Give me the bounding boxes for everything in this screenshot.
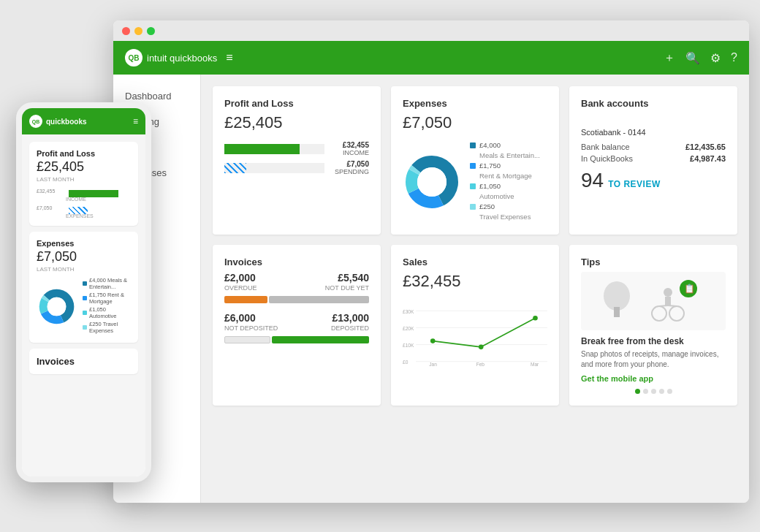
expenses-card: Expenses £7,050	[391, 86, 559, 235]
quickbooks-app: QB intuit quickbooks ≡ ＋ 🔍 ⚙ ? Dashboard	[113, 41, 749, 503]
notdeposited-section: £6,000 NOT DEPOSITED	[224, 312, 278, 332]
overdue-bar	[224, 296, 267, 303]
legend-dot-meals	[470, 142, 476, 148]
invoices-card: Invoices £2,000 OVERDUE £5,540 NOT DUE Y…	[213, 245, 381, 406]
qb-balance-value: £4,987.43	[690, 154, 726, 163]
bank-balance-value: £12,435.65	[685, 142, 726, 151]
expenses-legend: £4,000 Meals & Entertain... £1,750	[470, 141, 547, 223]
hamburger-icon[interactable]: ≡	[226, 51, 232, 64]
qb-balance-row: In QuickBooks £4,987.43	[581, 154, 726, 163]
phone-income-value: £32,455	[37, 189, 66, 194]
income-bar-row: £32,455 INCOME	[224, 141, 369, 156]
sales-svg: £30K £20K £10K £0	[403, 300, 547, 373]
sales-title: Sales	[403, 256, 547, 267]
legend-dot-travel	[470, 204, 476, 210]
dashboard-grid: Profit and Loss £25,405 £32,455 INCOME	[213, 86, 737, 406]
notdue-section: £5,540 NOT DUE YET	[325, 272, 369, 292]
income-bar-track	[224, 144, 324, 154]
browser-titlebar	[113, 20, 749, 41]
svg-line-25	[659, 305, 668, 306]
phone-pnl-card: Profit and Loss £25,405 LAST MONTH £32,4…	[29, 142, 138, 226]
notdeposited-bar	[224, 336, 270, 343]
invoices-bar-1	[224, 296, 369, 303]
svg-point-15	[533, 316, 538, 321]
phone-logo: QB quickbooks	[29, 115, 87, 128]
search-icon[interactable]: 🔍	[685, 51, 700, 65]
nav-left: QB intuit quickbooks ≡	[125, 49, 232, 66]
svg-point-23	[652, 306, 666, 321]
tips-body: Snap photos of receipts, manage invoices…	[581, 349, 726, 370]
phone-expense-label: EXPENSES	[66, 213, 131, 218]
help-icon[interactable]: ?	[731, 51, 737, 64]
dashboard-content: Profit and Loss £25,405 £32,455 INCOME	[201, 75, 749, 503]
add-icon[interactable]: ＋	[664, 50, 675, 66]
sales-amount: £32,455	[403, 272, 547, 291]
phone-nav: QB quickbooks ≡	[22, 108, 145, 134]
phone-pnl-last-month: LAST MONTH	[37, 176, 131, 183]
income-bar-fill	[224, 144, 300, 154]
deposited-amount: £13,000	[331, 312, 369, 324]
spending-bar-fill	[224, 163, 246, 173]
phone-hamburger-icon[interactable]: ≡	[133, 116, 138, 126]
dot-4	[659, 389, 664, 394]
phone-income-bar: £32,455	[37, 187, 131, 194]
tips-link[interactable]: Get the mobile app	[581, 374, 726, 383]
legend-item-rent-label: Rent & Mortgage	[470, 172, 547, 180]
phone-pnl-amount: £25,405	[37, 159, 131, 175]
phone-legend-auto: £1,050 Automotive	[83, 306, 131, 319]
tips-illustration: 📋	[581, 272, 726, 330]
close-button[interactable]	[122, 27, 130, 35]
legend-item-auto: £1,050	[470, 182, 547, 190]
invoices-title: Invoices	[224, 256, 369, 267]
phone-donut-svg	[37, 286, 77, 327]
svg-point-21	[664, 288, 672, 297]
svg-rect-20	[614, 307, 620, 317]
deposited-section: £13,000 DEPOSITED	[331, 312, 369, 332]
profit-loss-title: Profit and Loss	[224, 98, 369, 109]
notdue-label: NOT DUE YET	[325, 284, 369, 292]
review-number: 94	[581, 169, 604, 192]
overdue-amount: £2,000	[224, 272, 257, 284]
minimize-button[interactable]	[134, 27, 142, 35]
phone-income-label: INCOME	[66, 197, 131, 202]
legend-dot-rent	[470, 163, 476, 169]
svg-text:Feb: Feb	[476, 362, 485, 367]
svg-text:📋: 📋	[684, 283, 695, 294]
phone-expense-bar: £7,050	[37, 204, 131, 211]
notdeposited-amount: £6,000	[224, 312, 278, 324]
phone-legend-travel: £250 Travel Expenses	[83, 321, 131, 334]
legend-item-rent: £1,750	[470, 162, 547, 170]
spending-bar-row: £7,050 SPENDING	[224, 160, 369, 175]
spending-bar-track	[224, 163, 324, 173]
svg-text:Mar: Mar	[531, 362, 539, 367]
tips-dots	[581, 389, 726, 394]
svg-line-26	[668, 305, 677, 306]
phone-invoices-card: Invoices	[29, 349, 138, 374]
review-row[interactable]: 94 TO REVIEW	[581, 169, 726, 192]
phone-expenses-last-month: LAST MONTH	[37, 266, 131, 273]
svg-point-19	[604, 281, 630, 311]
svg-point-33	[48, 297, 66, 316]
logo-intuit: intuit	[147, 53, 167, 64]
bank-name: Scotiabank - 0144	[581, 128, 726, 137]
invoices-top: £2,000 OVERDUE £5,540 NOT DUE YET	[224, 272, 369, 292]
maximize-button[interactable]	[147, 27, 155, 35]
sales-card: Sales £32,455 £30K £20K £10K £0	[391, 245, 559, 406]
dot-3	[651, 389, 656, 394]
dot-1	[635, 389, 640, 394]
qb-balance-label: In QuickBooks	[581, 154, 633, 163]
svg-point-24	[669, 306, 684, 321]
logo-icon: QB	[125, 49, 142, 66]
donut-svg	[403, 153, 461, 211]
settings-icon[interactable]: ⚙	[710, 51, 721, 65]
income-bar-label: £32,455 INCOME	[329, 141, 369, 156]
logo-text: intuit quickbooks	[147, 53, 217, 64]
svg-point-13	[430, 338, 436, 343]
pnl-bars: £32,455 INCOME £7,050 SPENDIN	[224, 141, 369, 175]
svg-text:£0: £0	[403, 360, 408, 365]
phone-expenses-content: £4,000 Meals & Entertain... £1,750 Rent …	[37, 277, 131, 335]
notdue-amount: £5,540	[325, 272, 369, 284]
phone-logo-icon: QB	[29, 115, 42, 128]
invoices-bar-2	[224, 336, 369, 343]
dot-2	[643, 389, 648, 394]
